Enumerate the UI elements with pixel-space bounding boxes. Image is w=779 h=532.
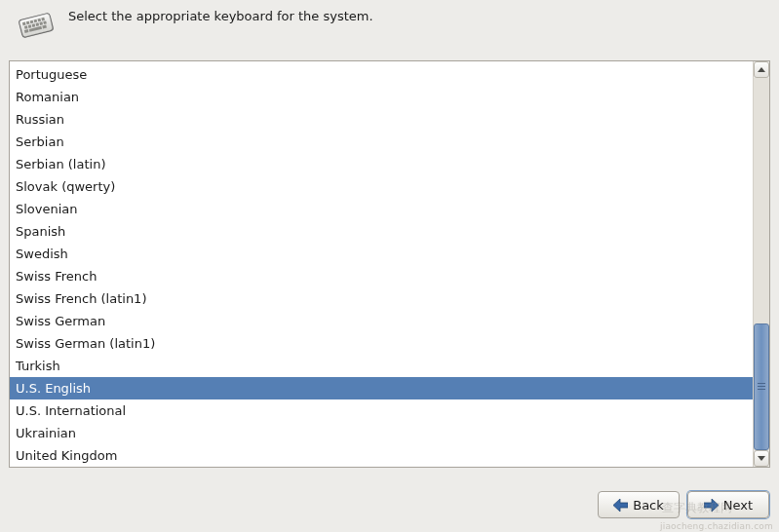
next-button[interactable]: Next [687,491,769,518]
arrow-right-icon [704,499,719,512]
scroll-down-button[interactable] [754,450,769,467]
instruction-text: Select the appropriate keyboard for the … [68,6,767,25]
scroll-up-button[interactable] [754,61,769,78]
list-item[interactable]: Ukrainian [10,422,753,444]
keyboard-icon [16,8,57,46]
list-item[interactable]: Russian [10,108,753,131]
list-item[interactable]: Swedish [10,243,753,265]
keyboard-list[interactable]: PortugueseRomanianRussianSerbianSerbian … [10,61,753,467]
back-button[interactable]: Back [598,491,680,518]
list-item[interactable]: Portuguese [10,63,753,86]
scrollbar-track[interactable] [754,78,769,450]
list-item[interactable]: Spanish [10,220,753,243]
arrow-left-icon [613,499,628,512]
list-item[interactable]: Turkish [10,355,753,377]
button-bar: Back Next [598,491,769,518]
scrollbar[interactable] [753,61,769,467]
list-item[interactable]: U.S. International [10,399,753,422]
list-item[interactable]: Swiss German (latin1) [10,332,753,355]
keyboard-list-frame: PortugueseRomanianRussianSerbianSerbian … [9,60,770,468]
list-item[interactable]: Swiss German [10,310,753,332]
list-item[interactable]: U.S. English [10,377,753,399]
next-button-label: Next [723,498,753,513]
list-item[interactable]: Romanian [10,86,753,108]
back-button-label: Back [633,498,664,513]
list-item[interactable]: Serbian (latin) [10,153,753,175]
list-item[interactable]: Slovenian [10,198,753,220]
watermark-site: jiaocheng.chazidian.com [660,521,773,531]
list-item[interactable]: Serbian [10,131,753,153]
list-item[interactable]: Slovak (qwerty) [10,175,753,198]
scrollbar-thumb[interactable] [754,323,769,450]
list-item[interactable]: United Kingdom [10,444,753,467]
list-item[interactable]: Swiss French [10,265,753,287]
list-item[interactable]: Swiss French (latin1) [10,287,753,310]
header: Select the appropriate keyboard for the … [0,0,779,52]
